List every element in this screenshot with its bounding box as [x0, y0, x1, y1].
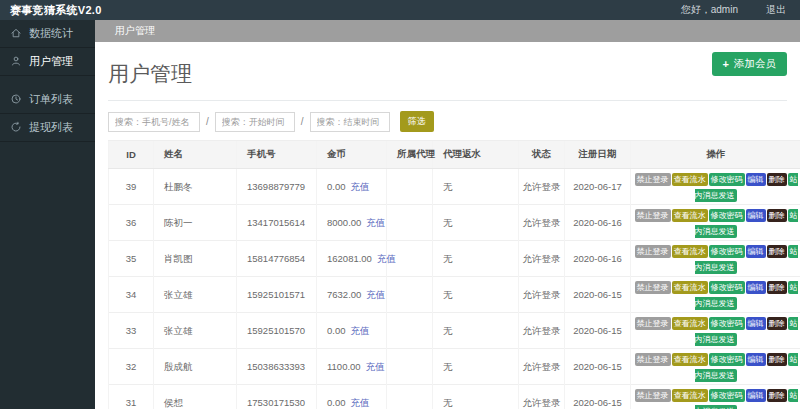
cell-coins: 7632.00充值	[317, 277, 387, 313]
cell-coins: 1100.00充值	[317, 349, 387, 385]
action-change-password-button[interactable]: 修改密码	[709, 209, 745, 222]
cell-name: 张立雄	[154, 313, 237, 349]
cell-id: 33	[109, 313, 154, 349]
action-delete-button[interactable]: 删除	[767, 281, 787, 294]
cell-phone: 17530171530	[237, 385, 317, 409]
cell-status: 允许登录	[519, 169, 565, 205]
action-view-flow-button[interactable]: 查看流水	[672, 389, 708, 402]
action-delete-button[interactable]: 删除	[767, 353, 787, 366]
search-phone-input[interactable]	[108, 112, 200, 132]
sidebar-item-refresh[interactable]: 提现列表	[0, 114, 95, 142]
action-disable-login-button[interactable]: 禁止登录	[635, 353, 671, 366]
action-view-flow-button[interactable]: 查看流水	[672, 317, 708, 330]
recharge-link[interactable]: 充值	[351, 397, 370, 408]
cell-agent	[387, 205, 433, 241]
sidebar-item-home[interactable]: 数据统计	[0, 20, 95, 48]
action-disable-login-button[interactable]: 禁止登录	[635, 209, 671, 222]
sidebar-item-label: 提现列表	[29, 120, 73, 135]
filter-button[interactable]: 筛选	[400, 111, 434, 132]
recharge-link[interactable]: 充值	[366, 217, 385, 228]
cell-status: 允许登录	[519, 205, 565, 241]
add-member-button[interactable]: + 添加会员	[712, 52, 787, 76]
search-start-time-input[interactable]	[215, 112, 295, 132]
cell-name: 肖凯图	[154, 241, 237, 277]
sidebar-item-user[interactable]: 用户管理	[0, 48, 95, 76]
column-header: ID	[109, 141, 154, 169]
table-row: 31侯想175301715300.00充值无允许登录2020-06-15禁止登录…	[109, 385, 800, 409]
action-disable-login-button[interactable]: 禁止登录	[635, 245, 671, 258]
cell-coins: 0.00充值	[317, 169, 387, 205]
action-view-flow-button[interactable]: 查看流水	[672, 245, 708, 258]
cell-phone: 15038633393	[237, 349, 317, 385]
action-change-password-button[interactable]: 修改密码	[709, 389, 745, 402]
action-delete-button[interactable]: 删除	[767, 245, 787, 258]
action-disable-login-button[interactable]: 禁止登录	[635, 173, 671, 186]
action-delete-button[interactable]: 删除	[767, 389, 787, 402]
user-icon	[10, 55, 22, 69]
cell-agent	[387, 169, 433, 205]
table-row: 34张立雄159251015717632.00充值无允许登录2020-06-15…	[109, 277, 800, 313]
cell-agent	[387, 277, 433, 313]
cell-coins: 8000.00充值	[317, 205, 387, 241]
recharge-link[interactable]: 充值	[366, 289, 385, 300]
recharge-link[interactable]: 充值	[351, 181, 370, 192]
cell-status: 允许登录	[519, 313, 565, 349]
cell-phone: 15925101570	[237, 313, 317, 349]
action-edit-button[interactable]: 编辑	[746, 209, 766, 222]
cell-status: 允许登录	[519, 349, 565, 385]
action-edit-button[interactable]: 编辑	[746, 353, 766, 366]
search-end-time-input[interactable]	[310, 112, 390, 132]
action-change-password-button[interactable]: 修改密码	[709, 173, 745, 186]
cell-id: 36	[109, 205, 154, 241]
column-header: 手机号	[237, 141, 317, 169]
action-view-flow-button[interactable]: 查看流水	[672, 173, 708, 186]
column-header: 注册日期	[565, 141, 631, 169]
cell-operations: 禁止登录查看流水修改密码编辑删除站内消息发送	[631, 277, 800, 313]
search-row: // 筛选	[108, 111, 787, 132]
action-disable-login-button[interactable]: 禁止登录	[635, 317, 671, 330]
cell-rebate: 无	[433, 205, 519, 241]
action-delete-button[interactable]: 删除	[767, 173, 787, 186]
cell-date: 2020-06-15	[565, 349, 631, 385]
action-edit-button[interactable]: 编辑	[746, 281, 766, 294]
cell-id: 34	[109, 277, 154, 313]
action-change-password-button[interactable]: 修改密码	[709, 317, 745, 330]
cell-phone: 15925101571	[237, 277, 317, 313]
recharge-link[interactable]: 充值	[351, 325, 370, 336]
recharge-link[interactable]: 充值	[377, 253, 396, 264]
refresh-icon	[10, 121, 22, 135]
action-change-password-button[interactable]: 修改密码	[709, 281, 745, 294]
cell-coins: 0.00充值	[317, 313, 387, 349]
cell-id: 32	[109, 349, 154, 385]
action-edit-button[interactable]: 编辑	[746, 317, 766, 330]
action-edit-button[interactable]: 编辑	[746, 245, 766, 258]
action-edit-button[interactable]: 编辑	[746, 173, 766, 186]
action-delete-button[interactable]: 删除	[767, 209, 787, 222]
action-change-password-button[interactable]: 修改密码	[709, 353, 745, 366]
action-disable-login-button[interactable]: 禁止登录	[635, 389, 671, 402]
cell-operations: 禁止登录查看流水修改密码编辑删除站内消息发送	[631, 241, 800, 277]
table-row: 33张立雄159251015700.00充值无允许登录2020-06-15禁止登…	[109, 313, 800, 349]
cell-rebate: 无	[433, 313, 519, 349]
recharge-link[interactable]: 充值	[366, 361, 385, 372]
action-view-flow-button[interactable]: 查看流水	[672, 353, 708, 366]
sidebar-item-clock[interactable]: 订单列表	[0, 86, 95, 114]
action-disable-login-button[interactable]: 禁止登录	[635, 281, 671, 294]
cell-status: 允许登录	[519, 241, 565, 277]
action-delete-button[interactable]: 删除	[767, 317, 787, 330]
action-view-flow-button[interactable]: 查看流水	[672, 209, 708, 222]
sidebar: 数据统计用户管理订单列表提现列表	[0, 20, 95, 409]
logout-link[interactable]: 退出	[766, 3, 786, 17]
table-header-row: ID姓名手机号金币所属代理代理返水状态注册日期操作	[109, 141, 800, 169]
cell-operations: 禁止登录查看流水修改密码编辑删除站内消息发送	[631, 385, 800, 409]
cell-operations: 禁止登录查看流水修改密码编辑删除站内消息发送	[631, 349, 800, 385]
page-title: 用户管理	[108, 60, 192, 88]
cell-date: 2020-06-15	[565, 277, 631, 313]
action-change-password-button[interactable]: 修改密码	[709, 245, 745, 258]
action-edit-button[interactable]: 编辑	[746, 389, 766, 402]
cell-date: 2020-06-16	[565, 241, 631, 277]
action-view-flow-button[interactable]: 查看流水	[672, 281, 708, 294]
cell-name: 陈初一	[154, 205, 237, 241]
column-header: 金币	[317, 141, 387, 169]
cell-date: 2020-06-15	[565, 313, 631, 349]
